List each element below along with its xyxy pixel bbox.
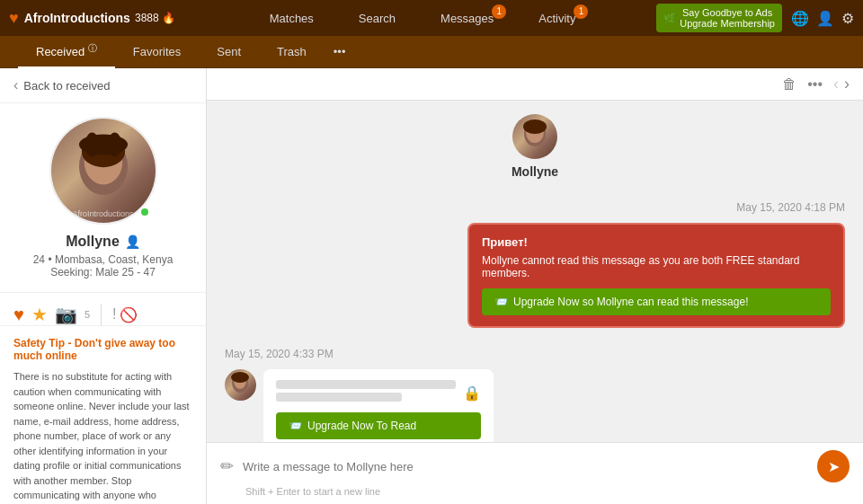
conversation-area: Mollyne May 15, 2020 4:18 PM Привет! Mol… xyxy=(207,101,863,442)
divider xyxy=(101,304,102,325)
nav-activity[interactable]: Activity 1 xyxy=(538,12,575,25)
profile-seeking: Seeking: Male 25 - 47 xyxy=(50,266,156,279)
locked-message-bubble: 🔒 📨 Upgrade Now To Read xyxy=(263,369,494,442)
message-header: 🗑 ••• ‹ › xyxy=(207,68,863,101)
block-icon[interactable]: 🚫 xyxy=(120,306,138,323)
locked-content-row: 🔒 xyxy=(276,380,481,405)
profile-section: AfroIntroductions Mollyne 👤 24 • Mombasa… xyxy=(0,103,206,293)
activity-badge: 1 xyxy=(574,4,588,19)
svg-point-8 xyxy=(523,119,547,134)
upgrade-read-button[interactable]: 📨 Upgrade Now To Read xyxy=(276,412,481,439)
svg-point-11 xyxy=(231,372,249,383)
incoming-message-wrapper: May 15, 2020 4:33 PM xyxy=(225,339,845,442)
send-icon-2: 📨 xyxy=(289,420,302,432)
nav-arrows: ‹ › xyxy=(833,75,850,93)
safety-tip-section: Safety Tip - Don't give away too much on… xyxy=(0,325,206,504)
msg-header-actions: 🗑 ••• ‹ › xyxy=(782,75,850,93)
locked-text-area xyxy=(276,380,456,405)
report-flag-icon[interactable]: ! xyxy=(112,306,116,323)
msg1-timestamp: May 15, 2020 4:18 PM xyxy=(736,201,845,214)
header-right: 🌿 Say Goodbye to Ads Upgrade Membership … xyxy=(656,4,854,32)
send-button[interactable]: ➤ xyxy=(817,450,850,482)
left-sidebar: ‹ Back to received xyxy=(0,68,207,504)
edit-icon: ✏ xyxy=(220,456,234,476)
contact-avatar-small[interactable] xyxy=(512,114,557,159)
more-actions-icon[interactable]: ••• xyxy=(807,76,823,93)
send-icon: 📨 xyxy=(494,296,508,308)
svg-point-4 xyxy=(85,132,98,156)
locked-bar-1 xyxy=(276,380,456,389)
contact-name: Mollyne xyxy=(512,164,558,179)
outgoing-message-bubble: Привет! Mollyne cannot read this message… xyxy=(467,223,845,328)
message-input[interactable] xyxy=(243,460,808,473)
sub-nav: Received ⓘ Favorites Sent Trash ••• xyxy=(0,36,863,68)
subnav-received[interactable]: Received ⓘ xyxy=(18,35,115,67)
upgrade-check-icon: 🌿 xyxy=(663,13,676,24)
next-message-button[interactable]: › xyxy=(844,75,850,93)
report-icons: ! 🚫 xyxy=(112,306,138,323)
photo-count: 5 xyxy=(85,309,90,320)
bubble-body: Mollyne cannot read this message as you … xyxy=(482,254,831,279)
messages-badge: 1 xyxy=(492,4,506,19)
fire-count: 3888 🔥 xyxy=(135,12,189,24)
prev-message-button[interactable]: ‹ xyxy=(833,75,839,93)
bubble-greeting: Привет! xyxy=(482,235,831,249)
input-hint: Shift + Enter to start a new line xyxy=(220,486,850,497)
upgrade-membership-button[interactable]: 🌿 Say Goodbye to Ads Upgrade Membership xyxy=(656,4,782,32)
profile-avatar-wrapper: AfroIntroductions xyxy=(49,117,157,225)
nav-search[interactable]: Search xyxy=(359,12,396,25)
camera-icon[interactable]: 📷 xyxy=(55,304,77,325)
header-icons: 🌐 👤 ⚙ xyxy=(791,10,854,27)
globe-icon[interactable]: 🌐 xyxy=(791,10,809,27)
send-arrow-icon: ➤ xyxy=(828,458,840,475)
main-nav: Matches Search Messages 1 Activity 1 xyxy=(189,12,656,25)
lock-icon: 🔒 xyxy=(463,385,481,402)
online-indicator xyxy=(139,207,150,217)
favorite-icon[interactable]: ★ xyxy=(31,304,48,325)
right-panel: 🗑 ••• ‹ › Mollyne xyxy=(207,68,863,504)
safety-text: There is no substitute for acting with c… xyxy=(13,369,192,504)
back-link[interactable]: ‹ Back to received xyxy=(0,68,206,103)
sub-nav-more-dots[interactable]: ••• xyxy=(334,45,346,58)
like-icon[interactable]: ♥ xyxy=(13,305,24,325)
svg-point-5 xyxy=(107,132,120,156)
user-icon[interactable]: 👤 xyxy=(816,10,834,27)
logo-text: AfroIntroductions xyxy=(24,11,130,25)
contact-header: Mollyne xyxy=(512,114,558,179)
back-arrow-icon: ‹ xyxy=(13,77,18,93)
subnav-favorites[interactable]: Favorites xyxy=(115,38,199,66)
count-number: 3888 xyxy=(135,12,159,24)
verify-icon: 👤 xyxy=(125,234,140,249)
info-icon: ⓘ xyxy=(88,43,97,53)
profile-info: 24 • Mombasa, Coast, Kenya xyxy=(33,253,173,266)
sender-avatar-small xyxy=(225,369,256,401)
watermark-text: AfroIntroductions xyxy=(72,209,133,218)
input-row: ✏ ➤ xyxy=(220,450,850,482)
subnav-trash[interactable]: Trash xyxy=(259,38,325,66)
delete-icon[interactable]: 🗑 xyxy=(782,76,796,93)
nav-messages[interactable]: Messages 1 xyxy=(440,12,494,25)
action-icons-row: ♥ ★ 📷 5 ! 🚫 xyxy=(0,304,206,325)
heart-icon: ♥ xyxy=(9,9,19,28)
fire-icon: 🔥 xyxy=(162,12,175,24)
message-input-area: ✏ ➤ Shift + Enter to start a new line xyxy=(207,442,863,504)
upgrade-now-bubble-button[interactable]: 📨 Upgrade Now so Mollyne can read this m… xyxy=(482,288,831,315)
profile-name[interactable]: Mollyne xyxy=(66,234,120,250)
safety-title: Safety Tip - Don't give away too much on… xyxy=(13,337,192,362)
incoming-row: 🔒 📨 Upgrade Now To Read xyxy=(225,369,494,442)
header: ♥ AfroIntroductions 3888 🔥 Matches Searc… xyxy=(0,0,863,36)
msg2-timestamp: May 15, 2020 4:33 PM xyxy=(225,348,334,360)
nav-matches[interactable]: Matches xyxy=(270,12,314,25)
avatar-image xyxy=(51,119,156,223)
logo-area[interactable]: ♥ AfroIntroductions xyxy=(9,9,135,28)
profile-name-row: Mollyne 👤 xyxy=(66,234,140,250)
gear-icon[interactable]: ⚙ xyxy=(841,10,854,27)
subnav-sent[interactable]: Sent xyxy=(199,38,259,66)
locked-bar-2 xyxy=(276,393,402,402)
main-layout: ‹ Back to received xyxy=(0,68,863,504)
